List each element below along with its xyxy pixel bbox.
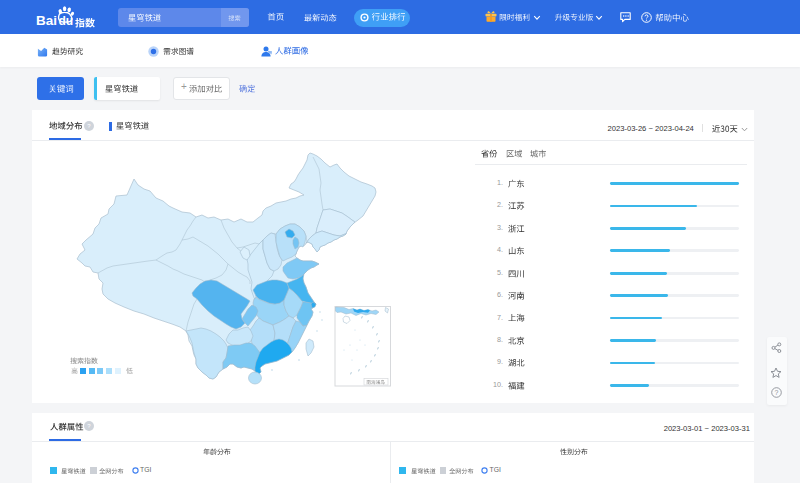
svg-text:?: ? <box>775 389 779 396</box>
